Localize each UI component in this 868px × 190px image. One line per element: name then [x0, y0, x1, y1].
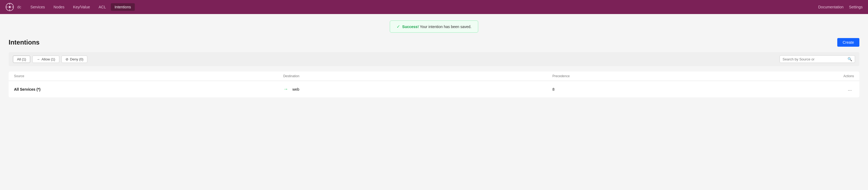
search-box[interactable]: 🔍	[780, 55, 855, 63]
col-header-precedence: Precedence	[552, 74, 822, 78]
nav-key-value[interactable]: Key/Value	[69, 3, 94, 11]
cell-source: All Services (*)	[14, 87, 283, 91]
nav-services[interactable]: Services	[27, 3, 49, 11]
filter-tab-allow-label: Allow (1)	[41, 57, 55, 61]
table-header: Source Destination Precedence Actions	[9, 72, 859, 81]
filter-row: All (1) → Allow (1) ⊘ Deny (0) 🔍	[9, 52, 859, 66]
svg-point-1	[9, 6, 11, 8]
success-bold: Success!	[402, 25, 418, 29]
page-title: Intentions	[9, 38, 40, 46]
success-message: Your intention has been saved.	[419, 25, 471, 29]
nav-acl[interactable]: ACL	[95, 3, 110, 11]
col-header-destination: Destination	[283, 74, 553, 78]
allow-arrow-icon: →	[283, 86, 288, 92]
main-content: ✓ Success! Your intention has been saved…	[0, 14, 868, 190]
arrow-filter-icon: →	[36, 57, 40, 61]
navbar-right: Documentation Settings	[818, 5, 863, 9]
col-header-source: Source	[14, 74, 283, 78]
filter-tab-deny[interactable]: ⊘ Deny (0)	[61, 56, 88, 63]
documentation-link[interactable]: Documentation	[818, 5, 843, 9]
filter-tab-allow[interactable]: → Allow (1)	[32, 56, 59, 63]
cell-precedence: 8	[552, 87, 822, 91]
navbar: dc Services Nodes Key/Value ACL Intentio…	[0, 0, 868, 14]
search-input[interactable]	[782, 57, 846, 61]
table-row: All Services (*) → web 8 ...	[9, 81, 859, 98]
datacenter-label: dc	[17, 5, 21, 9]
filter-tab-deny-label: Deny (0)	[70, 57, 84, 61]
nav-intentions[interactable]: Intentions	[111, 3, 135, 11]
intentions-table: Source Destination Precedence Actions Al…	[9, 72, 859, 98]
create-button[interactable]: Create	[837, 38, 859, 47]
filter-tabs: All (1) → Allow (1) ⊘ Deny (0)	[13, 56, 87, 63]
deny-filter-icon: ⊘	[65, 57, 68, 61]
actions-menu-button[interactable]: ...	[846, 85, 854, 93]
success-banner-wrapper: ✓ Success! Your intention has been saved…	[9, 21, 859, 33]
filter-tab-all-label: All (1)	[17, 57, 26, 61]
cell-destination-wrapper: → web	[283, 86, 553, 92]
cell-actions: ...	[822, 85, 854, 93]
success-banner: ✓ Success! Your intention has been saved…	[390, 21, 478, 33]
filter-tab-all[interactable]: All (1)	[13, 56, 30, 63]
success-text: Success! Your intention has been saved.	[402, 25, 471, 29]
nav-nodes[interactable]: Nodes	[50, 3, 68, 11]
col-header-actions: Actions	[822, 74, 854, 78]
success-check-icon: ✓	[397, 24, 400, 29]
settings-link[interactable]: Settings	[849, 5, 863, 9]
nav-links: Services Nodes Key/Value ACL Intentions	[27, 3, 818, 11]
search-icon: 🔍	[847, 57, 852, 61]
page-header: Intentions Create	[9, 38, 859, 47]
cell-destination: web	[292, 87, 300, 91]
logo[interactable]	[5, 3, 14, 11]
